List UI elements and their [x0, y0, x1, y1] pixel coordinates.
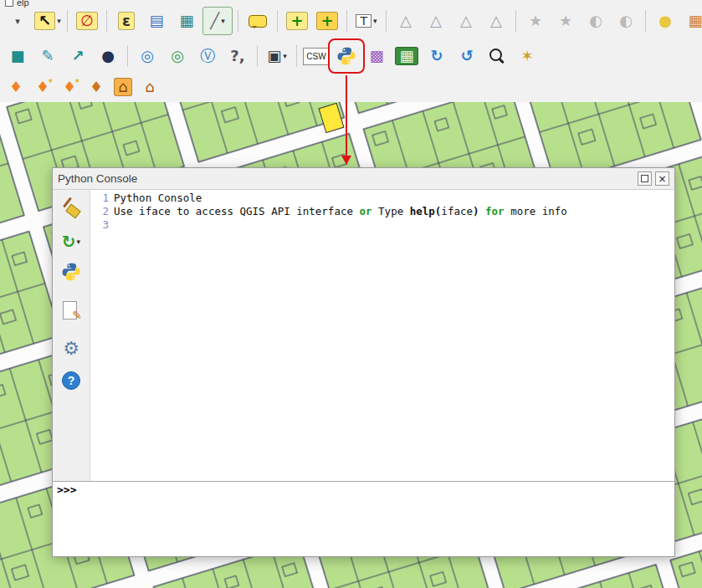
console-toolbar: ↻▾✎⚙?: [53, 190, 90, 481]
processing-chip-icon-dropdown[interactable]: ▾: [283, 52, 287, 60]
metasearch-icon[interactable]: ?,: [223, 43, 252, 69]
measure-tool-icon-glyph: ╱: [210, 13, 219, 28]
globe-ball-icon[interactable]: ●: [651, 8, 679, 34]
www-globe-icon-glyph: ◎: [141, 49, 154, 64]
digitize-pen-icon[interactable]: ✎: [33, 43, 62, 69]
csw-button-glyph: CSW: [303, 48, 329, 65]
reload-search-icon-glyph: ↺: [460, 49, 473, 64]
profile-plot-icon-4[interactable]: △: [482, 8, 510, 34]
options-icon-glyph: ⚙: [63, 340, 79, 358]
color-grid-icon[interactable]: ▩: [362, 43, 391, 69]
statistics-panel-icon-glyph: ▦: [179, 13, 193, 28]
refresh-plugins-icon[interactable]: ↻: [423, 43, 451, 69]
line-text: Use iface to access QGIS API interface o…: [114, 205, 567, 218]
check-geometry-icon-glyph: ■: [10, 49, 24, 64]
float-window-button[interactable]: [638, 171, 652, 186]
menubar-strip: elp: [5, 0, 29, 8]
toolbar-separator: [296, 45, 297, 67]
vector-tiles-globe-icon[interactable]: Ⓥ: [193, 43, 222, 69]
interpolation-droplet-icon[interactable]: ♦★: [30, 76, 55, 98]
raster-stretch-icon-2[interactable]: ★: [551, 8, 580, 34]
run-command-icon-dropdown[interactable]: ▾: [77, 238, 81, 246]
profile-plot-icon-3[interactable]: △: [452, 8, 480, 34]
python-interpreter-icon[interactable]: [59, 259, 84, 284]
raster-contrast-icon-1[interactable]: ◐: [582, 8, 610, 34]
reload-search-icon[interactable]: ↺: [453, 43, 481, 69]
heatmap-droplet-icon[interactable]: ♦: [3, 76, 28, 98]
deselect-features-icon-glyph: ∅: [76, 12, 98, 30]
toolbar-row-2: ■✎↗●◎◎Ⓥ?,▣▾CSW▩▦↻↺✶: [0, 39, 702, 73]
processing-chip-icon-glyph: ▣: [267, 49, 281, 64]
check-geometry-icon[interactable]: ■: [3, 43, 32, 69]
select-by-expression-icon[interactable]: ε: [112, 8, 141, 34]
wand-icon[interactable]: ✶: [513, 43, 541, 69]
profile-plot-icon-1[interactable]: △: [392, 8, 420, 34]
toolbar-separator: [515, 10, 516, 32]
profile-plot-icon-2-glyph: △: [430, 13, 442, 28]
measure-tool-icon[interactable]: ╱▾: [202, 7, 233, 35]
python-console-icon-glyph: [336, 46, 356, 66]
terrain-wand-droplet-icon[interactable]: ♦★: [57, 76, 82, 98]
console-prompt: >>>: [57, 483, 76, 496]
raster-stretch-icon-2-glyph: ★: [559, 13, 572, 28]
dem-house-outline-icon-glyph: ⌂: [145, 79, 154, 95]
show-editor-icon[interactable]: ✎: [59, 299, 84, 324]
new-bookmark-icon[interactable]: +: [283, 8, 311, 34]
deselect-features-icon[interactable]: ∅: [73, 8, 101, 34]
close-button[interactable]: ×: [655, 171, 669, 186]
raster-contrast-icon-2[interactable]: ◐: [612, 8, 640, 34]
help-glyph: ?: [62, 371, 80, 390]
dem-house-icon[interactable]: ⌂: [110, 76, 136, 98]
map-tips-icon-glyph: [249, 15, 267, 28]
toolbar-separator: [386, 10, 387, 32]
clear-console-icon[interactable]: [59, 196, 84, 221]
raster-contrast-icon-2-glyph: ◐: [619, 13, 633, 28]
help-icon[interactable]: ?: [59, 368, 84, 393]
plugin-icon-glyph: ▦: [395, 47, 418, 65]
run-command-icon[interactable]: ↻▾: [59, 229, 84, 254]
metasearch-icon-glyph: ?,: [230, 49, 244, 64]
raster-multicolor-icon[interactable]: ▦: [681, 8, 702, 34]
toolbar-row-3: ♦♦★♦★♦⌂⌂: [0, 74, 702, 100]
wand-icon-glyph: ✶: [520, 49, 533, 64]
attribute-table-icon[interactable]: ▤: [142, 8, 171, 34]
toolbar-extension-chevron[interactable]: ▾: [3, 8, 32, 34]
measure-tool-icon-dropdown[interactable]: ▾: [221, 17, 225, 25]
move-feature-icon[interactable]: ↗: [64, 43, 92, 69]
python-console-titlebar[interactable]: Python Console ×: [53, 168, 674, 190]
console-output[interactable]: 1Python Console2Use iface to access QGIS…: [90, 190, 674, 481]
csw-button[interactable]: CSW: [302, 43, 331, 69]
text-annotation-icon-dropdown[interactable]: ▾: [373, 17, 377, 25]
raster-stretch-icon-1[interactable]: ★: [521, 8, 550, 34]
contour-stack-icon[interactable]: ♦: [84, 76, 109, 98]
show-bookmarks-icon-glyph: +: [316, 12, 337, 30]
options-icon[interactable]: ⚙: [59, 336, 84, 361]
map-tips-icon[interactable]: [243, 8, 272, 34]
raster-contrast-icon-1-glyph: ◐: [589, 13, 602, 28]
processing-chip-icon[interactable]: ▣▾: [263, 43, 291, 69]
wms-globe-icon[interactable]: ◎: [163, 43, 192, 69]
menu-icon: [5, 0, 13, 7]
console-input[interactable]: >>>: [53, 481, 674, 556]
topology-checker-icon[interactable]: ●: [94, 43, 122, 69]
statistics-panel-icon[interactable]: ▦: [172, 8, 201, 34]
attribute-table-icon-glyph: ▤: [149, 13, 163, 28]
code-line: 1Python Console: [90, 192, 674, 205]
profile-plot-icon-2[interactable]: △: [422, 8, 450, 34]
select-features-icon-glyph: ↖: [34, 12, 55, 30]
select-features-icon-dropdown[interactable]: ▾: [57, 17, 61, 25]
qgis-window: elp ▾↖▾∅ε▤▦╱▾++T▾△△△△★★◐◐●▦ ■✎↗●◎◎Ⓥ?,▣▾C…: [0, 0, 702, 588]
select-features-icon[interactable]: ↖▾: [33, 8, 62, 34]
python-console-title: Python Console: [58, 172, 137, 185]
dem-house-outline-icon[interactable]: ⌂: [137, 76, 162, 98]
python-console-icon[interactable]: [332, 43, 361, 69]
text-annotation-icon-glyph: T: [356, 14, 371, 28]
menu-help-partial[interactable]: elp: [17, 0, 29, 8]
profile-plot-icon-4-glyph: △: [490, 13, 502, 28]
toolbar-extension-chevron-glyph: ▾: [15, 17, 20, 26]
search-icon[interactable]: [483, 43, 511, 69]
text-annotation-icon[interactable]: T▾: [352, 8, 381, 34]
plugin-icon[interactable]: ▦: [392, 43, 421, 69]
www-globe-icon[interactable]: ◎: [133, 43, 161, 69]
show-bookmarks-icon[interactable]: +: [313, 8, 341, 34]
